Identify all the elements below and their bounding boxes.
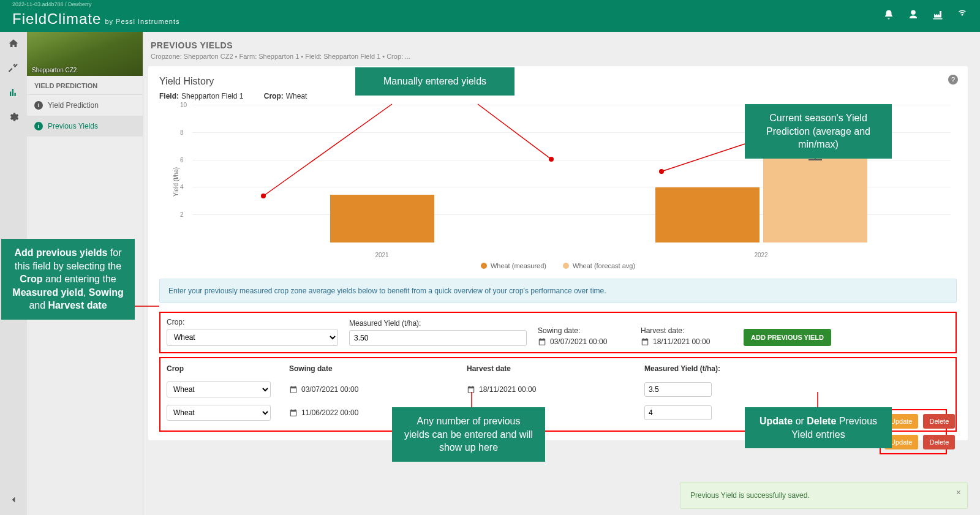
col-meas: Measured Yield (t/ha): xyxy=(644,364,767,373)
brand-byline: by Pessl Instruments xyxy=(105,18,179,25)
success-toast: Previous Yield is successfully saved. × xyxy=(680,482,968,509)
field-thumbnail-label: Shepparton CZ2 xyxy=(32,67,77,73)
row-sow-date[interactable]: 03/07/2021 00:00 xyxy=(289,385,467,394)
top-bar: 2022-11-03.ad4b788 / Dewberry FieldClima… xyxy=(0,0,980,32)
col-sow: Sowing date xyxy=(289,364,467,373)
anno-upd-del: Update or Delete Previous Yield entries xyxy=(745,407,892,448)
add-yield-form: Crop: Wheat Measured Yield (t/ha): Sowin… xyxy=(159,312,957,353)
sowing-date-input[interactable]: 03/07/2021 00:00 xyxy=(538,337,630,346)
row-harv-date[interactable]: 18/11/2021 00:00 xyxy=(467,385,644,394)
factory-icon[interactable] xyxy=(932,9,943,23)
anno-any: Any number of previous yields can be ent… xyxy=(392,407,545,462)
legend-label: Wheat (forecast avg) xyxy=(573,262,635,269)
nav-item-label: Yield Prediction xyxy=(48,101,99,110)
row-crop-select[interactable]: Wheat xyxy=(167,382,271,397)
collapse-icon[interactable] xyxy=(8,494,19,508)
card-title: Yield History xyxy=(159,76,957,87)
crop-select[interactable]: Wheat xyxy=(167,329,338,346)
tools-icon[interactable] xyxy=(8,62,19,76)
legend-label: Wheat (measured) xyxy=(491,262,546,269)
sowing-date-label: Sowing date: xyxy=(538,326,630,335)
row-meas-input[interactable] xyxy=(644,405,712,420)
info-dot-icon: i xyxy=(34,101,43,110)
yield-input-label: Measured Yield (t/ha): xyxy=(349,319,527,328)
legend-swatch-measured xyxy=(481,263,487,269)
brand-logo: FieldClimate by Pessl Instruments xyxy=(12,10,179,28)
home-icon[interactable] xyxy=(8,38,19,51)
field-label: Field: xyxy=(159,92,179,100)
anno-manual: Manually entered yields xyxy=(355,67,514,96)
row-meas-input[interactable] xyxy=(644,382,712,397)
info-dot-icon: i xyxy=(34,122,43,130)
toast-message: Previous Yield is successfully saved. xyxy=(690,491,810,500)
calendar-icon xyxy=(641,337,649,346)
nav-yield-prediction[interactable]: i Yield Prediction xyxy=(27,95,143,116)
nav-previous-yields[interactable]: i Previous Yields xyxy=(27,116,143,137)
breadcrumb: Cropzone: Shepparton CZ2 • Farm: Sheppar… xyxy=(151,53,968,60)
field-thumbnail[interactable]: Shepparton CZ2 xyxy=(27,32,143,76)
harvest-date-input[interactable]: 18/11/2021 00:00 xyxy=(641,337,733,346)
brand-name: FieldClimate xyxy=(12,10,101,28)
anno-prediction: Current season's Yield Prediction (avera… xyxy=(745,104,892,159)
info-banner: Enter your previously measured crop zone… xyxy=(159,279,957,303)
panel-section-title: YIELD PREDICTION xyxy=(27,76,143,95)
table-row: Wheat03/07/2021 00:0018/11/2021 00:00 xyxy=(167,378,949,401)
harvest-date-value: 18/11/2021 00:00 xyxy=(653,337,710,346)
chart-icon[interactable] xyxy=(8,87,19,100)
legend-swatch-forecast xyxy=(563,263,569,269)
gear-icon[interactable] xyxy=(8,111,19,125)
bell-icon[interactable] xyxy=(883,9,894,23)
yield-input[interactable] xyxy=(349,330,527,346)
add-previous-yield-button[interactable]: ADD PREVIOUS YIELD xyxy=(744,329,831,346)
sowing-date-value: 03/07/2021 00:00 xyxy=(550,337,607,346)
y-axis-label: Yield (t/ha) xyxy=(173,167,179,197)
harvest-date-label: Harvest date: xyxy=(641,326,733,335)
row-crop-select[interactable]: Wheat xyxy=(167,405,271,421)
field-value: Shepparton Field 1 xyxy=(181,92,243,100)
close-icon[interactable]: × xyxy=(956,487,961,497)
delete-button[interactable]: Delete xyxy=(923,414,955,429)
user-icon[interactable] xyxy=(908,9,919,23)
delete-button[interactable]: Delete xyxy=(923,435,955,449)
build-info: 2022-11-03.ad4b788 / Dewberry xyxy=(12,1,92,7)
meta-row: Field:Shepparton Field 1 Crop:Wheat xyxy=(159,92,957,100)
help-icon[interactable]: ? xyxy=(948,75,958,85)
crop-select-label: Crop: xyxy=(167,318,338,326)
anno-add: Add previous yields for this field by se… xyxy=(1,239,135,320)
calendar-icon xyxy=(538,337,546,346)
crop-label: Crop: xyxy=(264,92,284,100)
broadcast-icon[interactable] xyxy=(957,9,968,23)
nav-item-label: Previous Yields xyxy=(48,122,98,130)
chart-legend: Wheat (measured) Wheat (forecast avg) xyxy=(159,262,957,270)
col-crop: Crop xyxy=(167,364,289,373)
page-title: PREVIOUS YIELDS xyxy=(151,40,968,50)
crop-value: Wheat xyxy=(286,92,307,100)
col-harv: Harvest date xyxy=(467,364,644,373)
